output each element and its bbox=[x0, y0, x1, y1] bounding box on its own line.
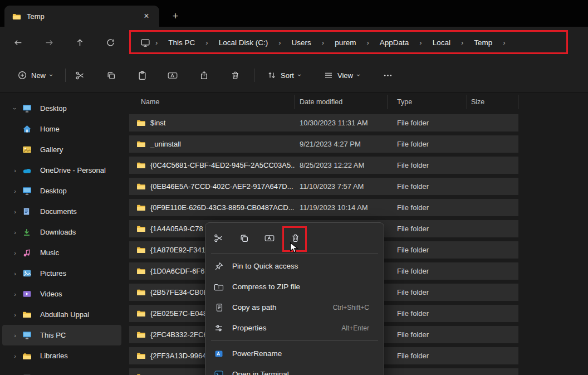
back-button[interactable] bbox=[7, 31, 29, 53]
sidebar-item-music[interactable]: › Music bbox=[2, 242, 121, 263]
new-button[interactable]: New › bbox=[12, 66, 58, 85]
column-header-size[interactable]: Size bbox=[467, 95, 518, 109]
delete-button[interactable] bbox=[224, 64, 246, 86]
tab-temp[interactable]: Temp × bbox=[4, 6, 159, 27]
downloads-icon bbox=[22, 228, 33, 237]
view-button[interactable]: View › bbox=[318, 66, 365, 85]
copy-as-path-icon bbox=[213, 303, 224, 312]
file-row[interactable]: {0C4C5681-CFBF-4ED2-945F-2A5CC03A5... 8/… bbox=[129, 157, 518, 174]
rename-icon-button[interactable] bbox=[259, 227, 280, 249]
share-button[interactable] bbox=[193, 64, 215, 86]
file-name: {1D0A6CDF-6F6 bbox=[150, 267, 205, 275]
sidebar-item-label: Home bbox=[40, 125, 60, 133]
sidebar-item-downloads[interactable]: › Downloads bbox=[2, 222, 121, 242]
chevron-right-icon[interactable]: › bbox=[8, 311, 22, 318]
new-tab-button[interactable]: + bbox=[168, 9, 183, 23]
file-name: {1A870E92-F341 bbox=[150, 246, 205, 254]
sidebar-item-onedrive[interactable]: › OneDrive - Personal bbox=[2, 160, 121, 181]
chevron-right-icon[interactable]: › bbox=[8, 250, 22, 256]
folder-icon bbox=[136, 183, 146, 190]
pin-icon bbox=[213, 262, 224, 271]
sort-button[interactable]: Sort › bbox=[262, 66, 306, 85]
context-menu-item-properties[interactable]: Properties Alt+Enter bbox=[205, 318, 384, 338]
onedrive-cloud-icon bbox=[22, 167, 33, 174]
sidebar-item-label: Music bbox=[40, 249, 59, 257]
chevron-right-icon[interactable]: › bbox=[8, 167, 22, 174]
view-button-label: View bbox=[337, 71, 353, 80]
terminal-icon bbox=[213, 370, 224, 375]
more-options-button[interactable] bbox=[376, 64, 399, 86]
file-row[interactable]: $inst 10/30/2023 11:31 AM File folder bbox=[129, 114, 518, 132]
context-menu-item-pin-to-quick-access[interactable]: Pin to Quick access bbox=[205, 256, 384, 276]
libraries-icon bbox=[22, 352, 33, 360]
chevron-right-icon[interactable]: › bbox=[8, 229, 22, 236]
context-menu-item-open-in-terminal[interactable]: Open in Terminal bbox=[205, 364, 384, 375]
chevron-down-icon[interactable]: › bbox=[12, 101, 18, 116]
up-button[interactable] bbox=[68, 31, 91, 53]
file-date-modified: 11/19/2023 10:14 AM bbox=[295, 203, 388, 212]
folder-icon bbox=[136, 140, 146, 148]
paste-button[interactable] bbox=[131, 64, 153, 86]
chevron-right-icon[interactable]: › bbox=[8, 270, 22, 277]
folder-icon bbox=[12, 13, 21, 20]
refresh-button[interactable] bbox=[99, 31, 121, 53]
sidebar-item-desktop[interactable]: › Desktop bbox=[2, 98, 121, 119]
videos-icon bbox=[22, 289, 33, 299]
tab-close-icon[interactable]: × bbox=[140, 10, 153, 22]
sort-button-label: Sort bbox=[281, 71, 294, 80]
context-menu-item-compress-to-zip[interactable]: Compress to ZIP file bbox=[205, 276, 384, 297]
context-menu-item-copy-as-path[interactable]: Copy as path Ctrl+Shift+C bbox=[205, 297, 384, 318]
sidebar-item-libraries[interactable]: › Libraries bbox=[2, 345, 121, 366]
chevron-down-icon: › bbox=[296, 74, 303, 76]
chevron-right-icon[interactable]: › bbox=[8, 188, 22, 194]
column-header-type[interactable]: Type bbox=[388, 95, 467, 109]
chevron-right-icon[interactable]: › bbox=[8, 332, 22, 339]
file-type: File folder bbox=[388, 309, 467, 318]
copy-icon-button[interactable] bbox=[233, 227, 254, 249]
file-name: $inst bbox=[150, 119, 165, 127]
chevron-right-icon[interactable]: › bbox=[8, 353, 22, 359]
sidebar-item-label: Documents bbox=[40, 207, 77, 216]
sidebar-item-pictures[interactable]: › Pictures bbox=[2, 263, 121, 284]
file-type: File folder bbox=[388, 119, 467, 127]
sidebar-item-documents[interactable]: › Documents bbox=[2, 201, 121, 222]
file-row[interactable]: _uninstall 9/21/2023 4:27 PM File folder bbox=[129, 135, 518, 153]
chevron-right-icon[interactable]: › bbox=[8, 373, 22, 375]
file-name: {2B57FE34-CB0E bbox=[150, 288, 208, 296]
column-header-name[interactable]: Name bbox=[129, 95, 295, 109]
file-type: File folder bbox=[388, 246, 467, 254]
copy-button[interactable] bbox=[100, 64, 122, 86]
file-row[interactable]: {0EB46E5A-7CCD-402C-AEF2-917A647D... 11/… bbox=[129, 178, 518, 195]
file-type: File folder bbox=[388, 225, 467, 233]
forward-button[interactable] bbox=[38, 31, 60, 53]
sidebar-item-home[interactable]: Home bbox=[2, 119, 121, 139]
sidebar-item-label: Libraries bbox=[40, 352, 68, 360]
drive-icon bbox=[22, 372, 33, 375]
chevron-right-icon[interactable]: › bbox=[8, 291, 22, 298]
file-explorer-window: Temp × + › This PC › Local Disk (C:) › U… bbox=[0, 0, 588, 375]
sidebar-item-videos[interactable]: › Videos bbox=[2, 284, 121, 304]
file-type: File folder bbox=[388, 140, 467, 148]
menu-item-shortcut: Alt+Enter bbox=[341, 324, 376, 332]
menu-item-label: Compress to ZIP file bbox=[232, 283, 300, 291]
chevron-right-icon[interactable]: › bbox=[8, 208, 22, 215]
folder-icon bbox=[22, 311, 33, 318]
sidebar-item-this-pc[interactable]: › This PC bbox=[2, 325, 121, 345]
file-row[interactable]: {0F9E110E-626D-43C3-8859-CB0487ACD... 11… bbox=[129, 199, 518, 216]
menu-divider bbox=[211, 340, 378, 341]
cut-button[interactable] bbox=[68, 64, 91, 86]
sidebar-item-label: Gallery bbox=[40, 145, 63, 154]
sidebar-item-partial[interactable]: › bbox=[2, 366, 121, 375]
sidebar-item-abdullah-uppal[interactable]: › Abdullah Uppal bbox=[2, 304, 121, 325]
cut-icon-button[interactable] bbox=[208, 227, 229, 249]
file-name: {2FF3A13D-9964 bbox=[150, 352, 206, 360]
sidebar-item-label: This PC bbox=[40, 331, 66, 339]
sidebar-item-gallery[interactable]: Gallery bbox=[2, 139, 121, 160]
desktop-icon bbox=[22, 104, 33, 113]
column-header-date-modified[interactable]: Date modified bbox=[295, 95, 388, 109]
rename-button[interactable] bbox=[161, 64, 184, 86]
context-menu-item-powerrename[interactable]: PowerRename bbox=[205, 343, 384, 364]
music-icon bbox=[22, 249, 33, 257]
sidebar-item-desktop-2[interactable]: › Desktop bbox=[2, 181, 121, 201]
this-pc-icon bbox=[22, 330, 33, 340]
